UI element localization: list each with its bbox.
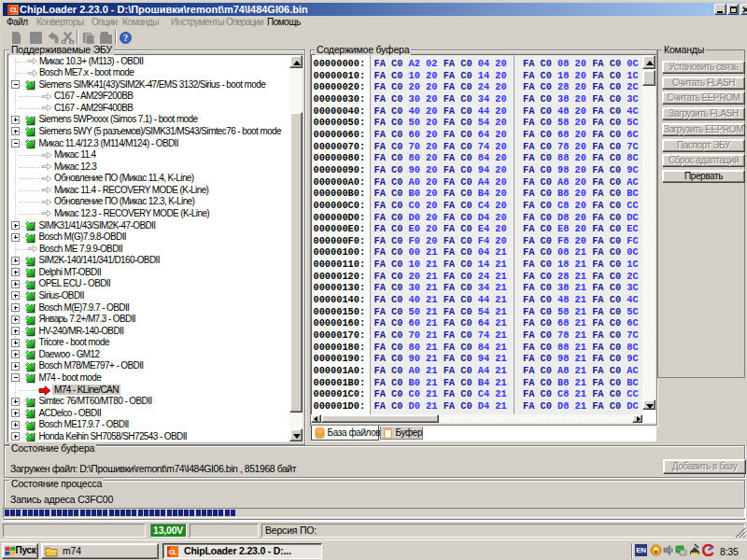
- svg-text:?: ?: [123, 34, 128, 43]
- svg-text:CL: CL: [169, 548, 176, 554]
- svg-text:CL: CL: [10, 7, 18, 13]
